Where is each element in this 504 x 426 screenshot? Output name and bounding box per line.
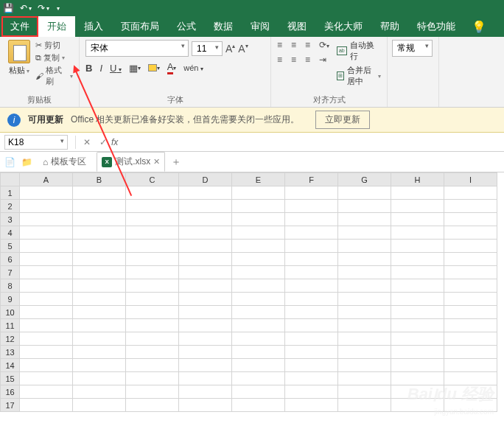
cell[interactable] bbox=[391, 372, 444, 385]
cell[interactable] bbox=[20, 399, 73, 412]
wrap-text-button[interactable]: ab自动换行 bbox=[337, 40, 381, 62]
cell[interactable] bbox=[391, 293, 444, 306]
cell[interactable] bbox=[126, 186, 179, 200]
italic-button[interactable]: I bbox=[99, 63, 102, 74]
tab-review[interactable]: 审阅 bbox=[242, 16, 279, 37]
cell[interactable] bbox=[73, 399, 126, 412]
cell[interactable] bbox=[391, 319, 444, 332]
cell[interactable] bbox=[391, 266, 444, 279]
cell[interactable] bbox=[338, 346, 391, 359]
cell[interactable] bbox=[285, 240, 338, 253]
cell[interactable] bbox=[444, 293, 497, 306]
bold-button[interactable]: B bbox=[85, 63, 92, 74]
cell[interactable] bbox=[232, 226, 285, 240]
cell[interactable] bbox=[444, 332, 497, 346]
cell[interactable] bbox=[338, 332, 391, 346]
cell[interactable] bbox=[73, 200, 126, 213]
cell[interactable] bbox=[338, 372, 391, 385]
row-header[interactable]: 16 bbox=[1, 385, 20, 399]
cell[interactable] bbox=[126, 240, 179, 253]
cell[interactable] bbox=[73, 359, 126, 372]
cell[interactable] bbox=[232, 332, 285, 346]
new-doc-icon[interactable]: 📄 bbox=[4, 157, 15, 167]
cell[interactable] bbox=[285, 399, 338, 412]
col-header[interactable]: I bbox=[444, 173, 497, 186]
cell[interactable] bbox=[179, 253, 232, 266]
cell[interactable] bbox=[20, 306, 73, 319]
cell[interactable] bbox=[73, 346, 126, 359]
cell[interactable] bbox=[338, 399, 391, 412]
cell[interactable] bbox=[126, 306, 179, 319]
tab-layout[interactable]: 页面布局 bbox=[112, 16, 168, 37]
cell[interactable] bbox=[338, 226, 391, 240]
cell[interactable] bbox=[391, 399, 444, 412]
align-middle-icon[interactable]: ≡ bbox=[291, 40, 296, 50]
row-header[interactable]: 14 bbox=[1, 359, 20, 372]
cell[interactable] bbox=[391, 213, 444, 226]
number-format-select[interactable]: 常规 bbox=[392, 40, 433, 57]
row-header[interactable]: 7 bbox=[1, 266, 20, 279]
border-button[interactable]: ▦ ▾ bbox=[129, 63, 141, 74]
row-header[interactable]: 1 bbox=[1, 186, 20, 200]
cell[interactable] bbox=[232, 240, 285, 253]
cell[interactable] bbox=[444, 213, 497, 226]
cell[interactable] bbox=[179, 226, 232, 240]
cell[interactable] bbox=[73, 266, 126, 279]
cell[interactable] bbox=[179, 359, 232, 372]
cancel-formula-icon[interactable]: ✕ bbox=[79, 137, 95, 147]
qat-customize-icon[interactable]: ▾ bbox=[57, 5, 60, 12]
cell[interactable] bbox=[20, 359, 73, 372]
cell[interactable] bbox=[126, 266, 179, 279]
cell[interactable] bbox=[20, 266, 73, 279]
align-right-icon[interactable]: ≡ bbox=[305, 55, 310, 65]
cell[interactable] bbox=[338, 359, 391, 372]
cell[interactable] bbox=[338, 200, 391, 213]
cell[interactable] bbox=[391, 226, 444, 240]
underline-button[interactable]: U ▾ bbox=[110, 63, 122, 74]
cell[interactable] bbox=[73, 240, 126, 253]
cell[interactable] bbox=[391, 346, 444, 359]
row-header[interactable]: 17 bbox=[1, 399, 20, 412]
cell[interactable] bbox=[391, 385, 444, 399]
cell[interactable] bbox=[126, 213, 179, 226]
cell[interactable] bbox=[285, 359, 338, 372]
copy-button[interactable]: ⧉复制▾ bbox=[35, 52, 73, 63]
cell[interactable] bbox=[285, 226, 338, 240]
cell[interactable] bbox=[20, 319, 73, 332]
cell[interactable] bbox=[338, 240, 391, 253]
cell[interactable] bbox=[391, 332, 444, 346]
file-tab[interactable]: X 测试.xlsx ✕ bbox=[97, 152, 165, 172]
font-size-select[interactable]: 11 bbox=[192, 41, 223, 56]
tab-special[interactable]: 特色功能 bbox=[408, 16, 464, 37]
align-bottom-icon[interactable]: ≡ bbox=[305, 40, 310, 50]
cell[interactable] bbox=[20, 213, 73, 226]
cell[interactable] bbox=[73, 253, 126, 266]
cell[interactable] bbox=[73, 385, 126, 399]
col-header[interactable]: B bbox=[73, 173, 126, 186]
tab-data[interactable]: 数据 bbox=[205, 16, 242, 37]
cell[interactable] bbox=[179, 293, 232, 306]
cell[interactable] bbox=[179, 266, 232, 279]
cell[interactable] bbox=[338, 213, 391, 226]
tab-file[interactable]: 文件 bbox=[1, 16, 38, 37]
cell[interactable] bbox=[232, 385, 285, 399]
cell[interactable] bbox=[179, 372, 232, 385]
cell[interactable] bbox=[391, 186, 444, 200]
cell[interactable] bbox=[232, 319, 285, 332]
format-painter-button[interactable]: 🖌格式刷▾ bbox=[35, 65, 73, 87]
cell[interactable] bbox=[285, 332, 338, 346]
cut-button[interactable]: ✂剪切 bbox=[35, 40, 73, 51]
row-header[interactable]: 6 bbox=[1, 253, 20, 266]
cell[interactable] bbox=[126, 226, 179, 240]
cell[interactable] bbox=[285, 293, 338, 306]
row-header[interactable]: 9 bbox=[1, 293, 20, 306]
row-header[interactable]: 11 bbox=[1, 319, 20, 332]
cell[interactable] bbox=[232, 293, 285, 306]
cell[interactable] bbox=[126, 385, 179, 399]
cell[interactable] bbox=[444, 319, 497, 332]
cell[interactable] bbox=[444, 306, 497, 319]
cell[interactable] bbox=[73, 306, 126, 319]
align-top-icon[interactable]: ≡ bbox=[277, 40, 282, 50]
cell[interactable] bbox=[179, 319, 232, 332]
cell[interactable] bbox=[126, 399, 179, 412]
